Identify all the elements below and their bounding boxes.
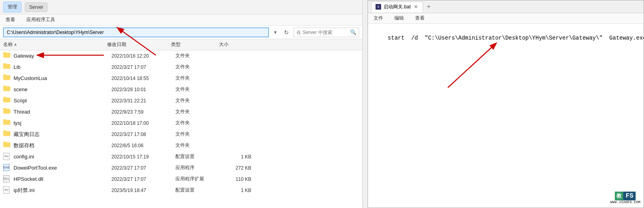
table-row[interactable]: 数据存档 2022/6/5 16:06 文件夹 <box>0 140 362 151</box>
toolbar-server-btn[interactable]: Server <box>25 2 48 12</box>
file-name: Gateway <box>14 53 111 59</box>
file-type: 配置设置 <box>175 187 223 194</box>
file-date: 2022/3/27 17:07 <box>111 64 175 70</box>
notepad-text: start /d "C:\Users\Administrator\Desktop… <box>388 35 644 41</box>
file-name: HPSocket.dll <box>14 176 111 182</box>
search-input[interactable] <box>296 30 348 35</box>
notepad-content[interactable]: start /d "C:\Users\Administrator\Desktop… <box>368 24 644 208</box>
folder-icon <box>3 52 11 60</box>
address-refresh-icon[interactable]: ↻ <box>282 28 291 37</box>
table-row[interactable]: EXE DoweiPortTool.exe 2022/3/27 17:07 应用… <box>0 162 362 174</box>
table-row[interactable]: scene 2022/3/28 10:01 文件夹 <box>0 84 362 95</box>
file-size: 1 KB <box>223 188 255 193</box>
file-name: config.ini <box>14 154 111 160</box>
table-row[interactable]: Lib 2022/3/27 17:07 文件夹 <box>0 62 362 73</box>
table-row[interactable]: tysj 2022/10/18 17:00 文件夹 <box>0 118 362 129</box>
notepad-arrow <box>368 24 644 208</box>
file-name: Thread <box>14 109 111 115</box>
folder-icon <box>3 142 11 150</box>
address-input[interactable] <box>3 28 269 37</box>
file-date: 2022/3/31 22:21 <box>111 98 175 104</box>
explorer-toolbar: 管理 Server <box>0 0 362 14</box>
file-size: 110 KB <box>223 176 255 182</box>
address-dropdown-icon[interactable]: ▾ <box>271 28 279 37</box>
new-tab-btn[interactable]: ＋ <box>424 2 433 12</box>
file-type: 配置设置 <box>175 153 223 160</box>
search-icon[interactable]: 🔍 <box>350 29 356 35</box>
file-type: 文件夹 <box>175 142 223 149</box>
file-list: Gateway 2022/10/16 12:20 文件夹 Lib 2022/3/… <box>0 50 362 208</box>
folder-icon <box>3 97 11 105</box>
file-type: 文件夹 <box>175 64 223 70</box>
table-row[interactable]: INI config.ini 2022/10/15 17:19 配置设置 1 K… <box>0 151 362 162</box>
notepad-menu-file[interactable]: 文件 <box>371 14 386 22</box>
file-date: 2022/3/27 17:08 <box>111 132 175 137</box>
file-type: 应用程序扩展 <box>175 176 223 182</box>
notepad-tab[interactable]: ≡ 启动网关.bat ✕ <box>371 2 423 12</box>
file-type: 文件夹 <box>175 75 223 82</box>
file-name: tysj <box>14 120 111 126</box>
file-date: 2022/10/14 18:55 <box>111 76 175 81</box>
file-type: 文件夹 <box>175 120 223 126</box>
file-name: scene <box>14 86 111 92</box>
exe-icon: EXE <box>3 164 11 172</box>
menu-tools[interactable]: 应用程序工具 <box>24 16 58 24</box>
notepad-panel: ≡ 启动网关.bat ✕ ＋ 文件 编辑 查看 start /d "C:\Use… <box>368 0 644 208</box>
file-size: 272 KB <box>223 165 255 171</box>
file-name: ip封禁.ini <box>14 187 111 194</box>
config-icon: INI <box>3 186 11 194</box>
config-icon: INI <box>3 153 11 161</box>
file-size: 1 KB <box>223 154 255 160</box>
file-type: 文件夹 <box>175 108 223 115</box>
folder-icon <box>3 108 11 116</box>
svg-line-1 <box>448 44 496 88</box>
file-date: 2022/10/15 17:19 <box>111 154 175 160</box>
file-name: 藏宝阁日志 <box>14 131 111 138</box>
notepad-file-icon: ≡ <box>376 4 381 10</box>
file-explorer: 管理 Server 查看 应用程序工具 ▾ ↻ 🔍 名称 ∧ 修改日期 类型 大… <box>0 0 363 208</box>
file-type: 文件夹 <box>175 52 223 59</box>
watermark-jiao: 教 <box>615 192 623 200</box>
file-date: 2022/6/5 16:06 <box>111 143 175 148</box>
file-name: Lib <box>14 64 111 70</box>
folder-icon <box>3 119 11 127</box>
file-type: 文件夹 <box>175 97 223 104</box>
file-name: DoweiPortTool.exe <box>14 165 111 171</box>
table-row[interactable]: Thread 2022/9/23 7:59 文件夹 <box>0 106 362 118</box>
dll-icon: DLL <box>3 175 11 183</box>
file-date: 2023/5/19 18:47 <box>111 188 175 193</box>
folder-icon <box>3 74 11 82</box>
file-name: 数据存档 <box>14 142 111 149</box>
explorer-menubar: 查看 应用程序工具 <box>0 14 362 26</box>
column-headers: 名称 ∧ 修改日期 类型 大小 <box>0 39 362 50</box>
table-row[interactable]: MyCustomLua 2022/10/14 18:55 文件夹 <box>0 73 362 84</box>
col-date-header[interactable]: 修改日期 <box>107 41 171 48</box>
file-name: Script <box>14 98 111 104</box>
file-date: 2022/10/18 17:00 <box>111 120 175 126</box>
folder-icon <box>3 86 11 94</box>
col-size-header[interactable]: 大小 <box>219 41 251 48</box>
notepad-tab-label: 启动网关.bat <box>384 4 411 10</box>
col-type-header[interactable]: 类型 <box>171 41 219 48</box>
notepad-titlebar: ≡ 启动网关.bat ✕ ＋ <box>368 0 644 13</box>
table-row[interactable]: INI ip封禁.ini 2023/5/19 18:47 配置设置 1 KB <box>0 185 362 196</box>
notepad-menu-edit[interactable]: 编辑 <box>392 14 406 22</box>
col-name-header[interactable]: 名称 ∧ <box>3 41 107 48</box>
folder-icon <box>3 63 11 71</box>
table-row[interactable]: DLL HPSocket.dll 2022/3/27 17:07 应用程序扩展 … <box>0 174 362 185</box>
watermark-fs: FS <box>623 192 636 200</box>
file-date: 2022/3/28 10:01 <box>111 87 175 92</box>
toolbar-manage-btn[interactable]: 管理 <box>3 2 22 12</box>
file-type: 应用程序 <box>175 164 223 171</box>
file-date: 2022/3/27 17:07 <box>111 176 175 182</box>
file-date: 2022/10/16 12:20 <box>111 53 175 59</box>
table-row[interactable]: 藏宝阁日志 2022/3/27 17:08 文件夹 <box>0 129 362 140</box>
table-row[interactable]: Script 2022/3/31 22:21 文件夹 <box>0 95 362 106</box>
menu-view[interactable]: 查看 <box>3 16 18 24</box>
table-row[interactable]: Gateway 2022/10/16 12:20 文件夹 <box>0 50 362 62</box>
watermark: 教 FS WWW.JIAOFS.COM <box>610 192 640 204</box>
notepad-menubar: 文件 编辑 查看 <box>368 13 644 24</box>
notepad-menu-view[interactable]: 查看 <box>413 14 427 22</box>
tab-close-btn[interactable]: ✕ <box>413 4 419 10</box>
file-name: MyCustomLua <box>14 75 111 81</box>
